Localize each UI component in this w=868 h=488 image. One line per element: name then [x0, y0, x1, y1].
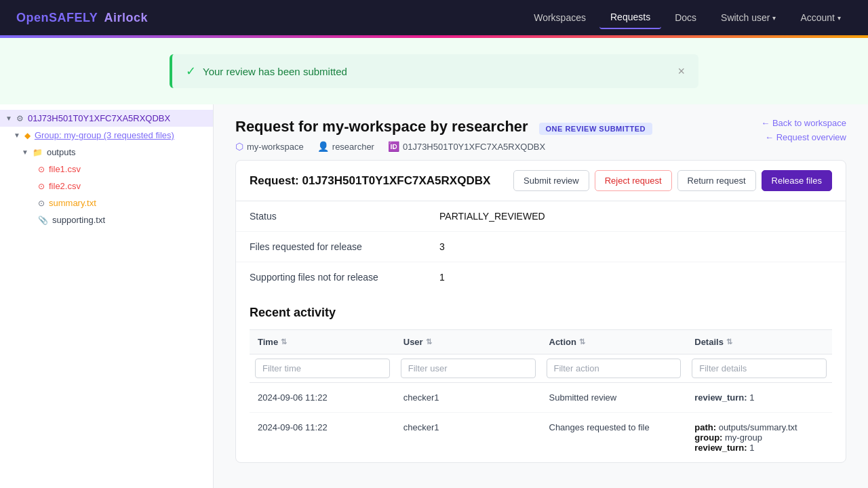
csv-file-icon: ⊙ — [38, 182, 45, 191]
meta-request-id: 01J73H501T0Y1XFC7XA5RXQDBX — [403, 142, 545, 152]
page-header: Request for my-workspace by researcher O… — [214, 104, 868, 160]
info-row-status: Status PARTIALLY_REVIEWED — [236, 201, 846, 232]
filter-action-input[interactable] — [547, 359, 682, 378]
sort-icon[interactable]: ⇅ — [726, 338, 732, 346]
row2-turn-value: 1 — [749, 443, 754, 453]
csv-file-icon: ⊙ — [38, 165, 45, 174]
panel-title: Request: 01J73H501T0Y1XFC7XA5RXQDBX — [250, 174, 490, 188]
col-header-details: Details ⇅ — [686, 330, 832, 354]
filter-details-input[interactable] — [692, 359, 827, 378]
tree-label-supportingtxt: supporting.txt — [52, 215, 105, 225]
info-row-files: Files requested for release 3 — [236, 232, 846, 262]
submit-review-button[interactable]: Submit review — [513, 170, 589, 191]
chevron-down-icon: ▼ — [14, 131, 20, 139]
tree-label-outputs: outputs — [47, 147, 76, 157]
info-label-status: Status — [236, 201, 426, 232]
tree-item-root[interactable]: ▼ ⚙ 01J73H501T0Y1XFC7XA5RXQDBX — [0, 110, 213, 127]
tree-item-outputs[interactable]: ▼ 📁 outputs — [0, 144, 213, 161]
nav-switch-user[interactable]: Switch user ▾ — [710, 7, 787, 28]
row1-user: checker1 — [395, 383, 541, 413]
request-overview-link[interactable]: ← Request overview — [765, 132, 846, 142]
folder-icon: 📁 — [33, 148, 43, 157]
row1-details-turn-value: 1 — [749, 392, 754, 403]
check-circle-icon: ✓ — [186, 64, 196, 79]
group-icon: ◆ — [24, 131, 31, 140]
filter-time-input[interactable] — [255, 359, 390, 378]
id-icon: 🆔 — [388, 141, 399, 152]
info-value-supporting: 1 — [426, 262, 846, 293]
sort-icon[interactable]: ⇅ — [426, 338, 432, 346]
nav-requests[interactable]: Requests — [599, 6, 661, 29]
workspace-icon: ⬡ — [235, 141, 243, 152]
activity-table: Time ⇅ User ⇅ — [250, 329, 832, 462]
tree-label-file2csv: file2.csv — [49, 181, 81, 191]
col-header-user: User ⇅ — [395, 330, 541, 354]
alert-banner: ✓ Your review has been submitted × — [170, 54, 698, 88]
user-icon: 👤 — [317, 141, 329, 152]
row1-details-turn-label: review_turn: — [694, 392, 747, 403]
meta-user: researcher — [332, 142, 374, 152]
activity-title: Recent activity — [250, 306, 832, 320]
row2-action: Changes requested to file — [541, 413, 687, 463]
info-row-supporting: Supporting files not for release 1 — [236, 262, 846, 293]
tree-item-supportingtxt[interactable]: 📎 supporting.txt — [0, 211, 213, 228]
filter-user-input[interactable] — [401, 359, 536, 378]
row1-time: 2024-09-06 11:22 — [250, 383, 395, 413]
tree-label-file1csv: file1.csv — [49, 164, 81, 174]
col-header-time: Time ⇅ — [250, 330, 395, 354]
sort-icon[interactable]: ⇅ — [281, 338, 287, 346]
filter-row — [250, 354, 832, 383]
navbar: OpenSAFELY Airlock Workspaces Requests D… — [0, 0, 868, 35]
main-layout: ▼ ⚙ 01J73H501T0Y1XFC7XA5RXQDBX ▼ ◆ Group… — [0, 104, 868, 488]
nav-links: Workspaces Requests Docs Switch user ▾ A… — [523, 6, 852, 29]
chevron-down-icon: ▼ — [22, 148, 28, 156]
main-content: Request for my-workspace by researcher O… — [214, 104, 868, 488]
page-title: Request for my-workspace by researcher — [235, 118, 528, 135]
activity-row-1: 2024-09-06 11:22 checker1 Submitted revi… — [250, 383, 832, 413]
release-files-button[interactable]: Release files — [762, 170, 832, 191]
brand-airlock: Airlock — [104, 11, 149, 24]
chevron-down-icon: ▾ — [837, 14, 841, 22]
tree-item-file2csv[interactable]: ⊙ file2.csv — [0, 178, 213, 195]
alert-close-button[interactable]: × — [677, 64, 685, 79]
info-value-files: 3 — [426, 232, 846, 262]
col-header-action: Action ⇅ — [541, 330, 687, 354]
tree-item-summarytxt[interactable]: ⊙ summary.txt — [0, 195, 213, 211]
row1-details: review_turn: 1 — [686, 383, 832, 413]
nav-workspaces[interactable]: Workspaces — [523, 7, 597, 28]
row2-details: path: outputs/summary.txt group: my-grou… — [686, 413, 832, 463]
row2-user: checker1 — [395, 413, 541, 463]
row2-group-label: group: — [694, 432, 722, 443]
reject-request-button[interactable]: Reject request — [595, 170, 672, 191]
info-table: Status PARTIALLY_REVIEWED Files requeste… — [236, 201, 846, 292]
request-panel: Request: 01J73H501T0Y1XFC7XA5RXQDBX Subm… — [235, 160, 846, 463]
status-badge: ONE REVIEW SUBMITTED — [539, 123, 653, 135]
tree-item-group[interactable]: ▼ ◆ Group: my-group (3 requested files) — [0, 127, 213, 144]
meta-workspace: my-workspace — [247, 142, 304, 152]
nav-account[interactable]: Account ▾ — [789, 7, 852, 28]
gear-icon: ⚙ — [16, 114, 24, 123]
row2-path-value: outputs/summary.txt — [719, 422, 797, 432]
back-to-workspace-link[interactable]: ← Back to workspace — [761, 118, 846, 128]
page-meta: ⬡ my-workspace 👤 researcher 🆔 01J73H501T… — [235, 141, 652, 152]
return-request-button[interactable]: Return request — [677, 170, 756, 191]
alert-wrapper: ✓ Your review has been submitted × — [0, 38, 868, 104]
sort-icon[interactable]: ⇅ — [579, 338, 585, 346]
tree-label-root: 01J73H501T0Y1XFC7XA5RXQDBX — [28, 113, 170, 123]
page-actions: ← Back to workspace ← Request overview — [761, 118, 846, 142]
alert-message: Your review has been submitted — [203, 66, 347, 77]
panel-header: Request: 01J73H501T0Y1XFC7XA5RXQDBX Subm… — [236, 161, 846, 201]
row1-action: Submitted review — [541, 383, 687, 413]
tree-item-file1csv[interactable]: ⊙ file1.csv — [0, 161, 213, 178]
nav-docs[interactable]: Docs — [664, 7, 707, 28]
tree-label-group[interactable]: Group: my-group (3 requested files) — [35, 130, 174, 140]
row2-group-value: my-group — [725, 432, 762, 443]
tree-label-summarytxt: summary.txt — [49, 198, 96, 208]
info-label-supporting: Supporting files not for release — [236, 262, 426, 293]
row2-turn-label: review_turn: — [694, 443, 747, 453]
chevron-down-icon: ▾ — [772, 14, 776, 22]
brand-opensafely: OpenSAFELY — [16, 11, 98, 24]
sidebar: ▼ ⚙ 01J73H501T0Y1XFC7XA5RXQDBX ▼ ◆ Group… — [0, 104, 214, 488]
txt-file-icon: ⊙ — [38, 199, 45, 208]
row2-time: 2024-09-06 11:22 — [250, 413, 395, 463]
